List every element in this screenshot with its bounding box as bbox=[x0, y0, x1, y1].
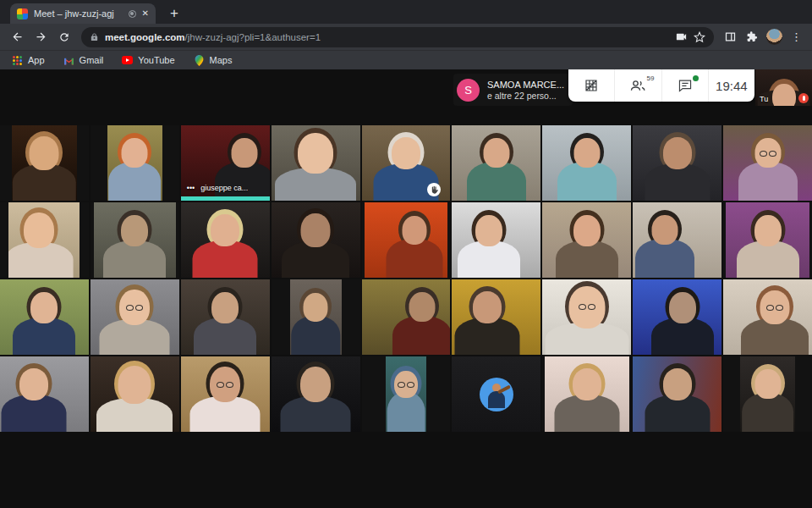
participant-tile[interactable] bbox=[452, 279, 540, 355]
participant-tile[interactable] bbox=[633, 356, 721, 432]
participant-tile[interactable] bbox=[272, 356, 360, 432]
participant-video bbox=[723, 279, 812, 355]
tab-close-icon[interactable]: ✕ bbox=[142, 9, 149, 18]
participant-tile[interactable] bbox=[0, 202, 89, 278]
participant-tile[interactable] bbox=[452, 125, 540, 201]
participants-button[interactable]: 59 bbox=[614, 69, 661, 102]
participant-tile[interactable] bbox=[723, 125, 812, 201]
participant-tile[interactable] bbox=[272, 202, 360, 278]
participant-tile[interactable] bbox=[272, 279, 360, 355]
person-face bbox=[483, 138, 509, 168]
notification-line1: SAMOA MARCE... bbox=[487, 80, 564, 90]
participant-tile[interactable] bbox=[91, 356, 179, 432]
participant-tile[interactable] bbox=[91, 202, 179, 278]
participant-tile[interactable] bbox=[362, 125, 451, 201]
camera-in-use-icon[interactable] bbox=[675, 30, 688, 43]
participant-video bbox=[452, 356, 540, 432]
participant-tile[interactable] bbox=[633, 279, 721, 355]
browser-tab[interactable]: Meet – jhw-zuzj-agj ✕ bbox=[10, 3, 156, 24]
change-layout-button[interactable] bbox=[568, 69, 614, 102]
person-face bbox=[573, 368, 601, 400]
participant-tile[interactable] bbox=[542, 202, 631, 278]
bookmark-label: Maps bbox=[210, 55, 233, 65]
self-view-tile[interactable]: Tu bbox=[755, 69, 812, 106]
notification-avatar: S bbox=[457, 79, 480, 102]
reload-button[interactable] bbox=[54, 27, 74, 47]
participant-tile[interactable] bbox=[542, 125, 631, 201]
participant-name: giuseppe ca... bbox=[200, 184, 248, 192]
person-face bbox=[772, 84, 796, 106]
participant-tile[interactable]: •••giuseppe ca... bbox=[181, 125, 270, 201]
participant-video bbox=[726, 202, 809, 278]
participant-video bbox=[365, 202, 448, 278]
participant-video bbox=[290, 279, 342, 355]
participant-video bbox=[452, 279, 540, 355]
participant-tile[interactable] bbox=[0, 279, 89, 355]
new-tab-button[interactable]: + bbox=[166, 5, 183, 22]
person-face bbox=[409, 292, 435, 322]
glasses-icon bbox=[126, 305, 143, 311]
participant-tile[interactable] bbox=[542, 356, 631, 432]
person-face bbox=[663, 368, 692, 400]
tab-strip: Meet – jhw-zuzj-agj ✕ + bbox=[0, 0, 812, 24]
participant-tile[interactable] bbox=[362, 279, 451, 355]
participant-tile[interactable] bbox=[181, 356, 270, 432]
participant-tile[interactable] bbox=[362, 202, 451, 278]
participant-name-label: •••giuseppe ca... bbox=[187, 184, 249, 192]
bookmark-gmail[interactable]: Gmail bbox=[63, 55, 104, 66]
browser-toolbar: meet.google.com/jhw-zuzj-agj?pli=1&authu… bbox=[0, 24, 812, 50]
participant-video bbox=[272, 202, 360, 278]
menu-kebab-icon[interactable]: ⋮ bbox=[791, 30, 802, 43]
participant-tile[interactable] bbox=[91, 279, 179, 355]
bookmark-maps[interactable]: Maps bbox=[194, 55, 233, 66]
participant-tile[interactable] bbox=[91, 125, 179, 201]
participant-tile[interactable] bbox=[542, 279, 631, 355]
participant-tile[interactable] bbox=[452, 356, 540, 432]
participant-video bbox=[452, 125, 540, 201]
tab-media-indicator-icon bbox=[129, 10, 136, 18]
participant-video bbox=[740, 356, 795, 432]
bookmark-youtube[interactable]: YouTube bbox=[122, 55, 174, 66]
participant-tile[interactable] bbox=[181, 279, 270, 355]
extensions-puzzle-icon[interactable] bbox=[745, 30, 758, 43]
side-panel-icon[interactable] bbox=[724, 30, 737, 43]
participant-tile[interactable] bbox=[272, 125, 360, 201]
bookmark-app[interactable]: App bbox=[12, 55, 45, 66]
participant-count: 59 bbox=[647, 75, 655, 82]
back-button[interactable] bbox=[7, 27, 27, 47]
person-face bbox=[651, 215, 678, 245]
participant-video bbox=[107, 125, 162, 201]
participant-tile[interactable] bbox=[633, 202, 721, 278]
notification-line2: e altre 22 perso... bbox=[487, 91, 564, 101]
apps-grid-icon bbox=[12, 55, 23, 66]
bookmark-star-icon[interactable] bbox=[694, 31, 705, 43]
participant-video bbox=[633, 356, 721, 432]
participant-tile[interactable] bbox=[0, 356, 89, 432]
participant-tile[interactable] bbox=[633, 125, 721, 201]
participant-tile[interactable] bbox=[723, 356, 812, 432]
participant-video bbox=[91, 356, 179, 432]
participant-tile[interactable] bbox=[0, 125, 89, 201]
participant-tile[interactable] bbox=[452, 202, 540, 278]
participants-notification[interactable]: S SAMOA MARCE... e altre 22 perso... bbox=[453, 74, 573, 106]
participant-tile[interactable] bbox=[181, 202, 270, 278]
person-face bbox=[298, 133, 333, 174]
person-face bbox=[663, 137, 692, 169]
person-face bbox=[754, 369, 781, 399]
person-face bbox=[232, 138, 258, 168]
participant-tile[interactable] bbox=[723, 202, 812, 278]
participant-video bbox=[272, 356, 360, 432]
people-icon bbox=[629, 79, 646, 92]
participant-tile[interactable] bbox=[362, 356, 451, 432]
more-options-dots-icon[interactable]: ••• bbox=[187, 184, 195, 192]
tab-title: Meet – jhw-zuzj-agj bbox=[34, 8, 123, 19]
chat-button[interactable] bbox=[661, 69, 708, 102]
profile-avatar[interactable] bbox=[766, 29, 782, 45]
lock-icon bbox=[90, 32, 99, 41]
forward-button[interactable] bbox=[30, 27, 51, 47]
person-face bbox=[30, 136, 59, 170]
meeting-time: 19:44 bbox=[716, 79, 748, 93]
address-bar[interactable]: meet.google.com/jhw-zuzj-agj?pli=1&authu… bbox=[81, 27, 714, 47]
participant-video bbox=[452, 202, 540, 278]
participant-tile[interactable] bbox=[723, 279, 812, 355]
